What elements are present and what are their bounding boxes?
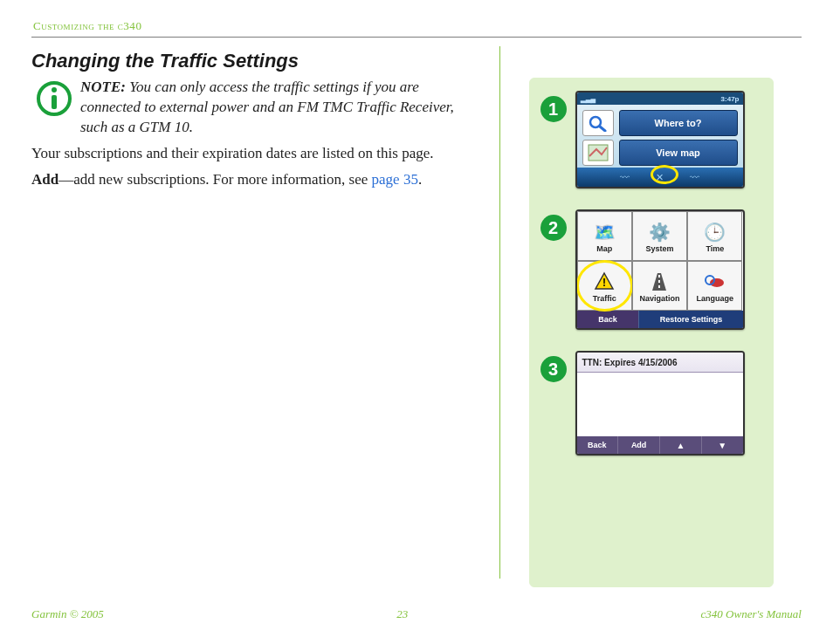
add-term: Add <box>31 171 59 188</box>
page-footer: Garmin © 2005 23 c340 Owner's Manual <box>31 607 802 621</box>
road-icon <box>649 270 670 294</box>
step-badge-1: 1 <box>540 96 567 122</box>
svg-line-4 <box>600 127 605 131</box>
add-tail: . <box>418 171 422 188</box>
chevron-down-icon: ▼ <box>718 441 726 450</box>
step-2: 2 🗺️ Map ⚙️ System � <box>540 209 762 330</box>
back-button[interactable]: Back <box>577 436 618 454</box>
add-dash: — <box>59 171 73 188</box>
magnifier-icon <box>582 110 614 136</box>
clock: 3:47p <box>721 95 740 103</box>
note-text: NOTE: You can only access the traffic se… <box>80 78 477 138</box>
header-rule <box>31 37 802 38</box>
cell-label: Navigation <box>639 294 679 303</box>
cell-label: System <box>645 244 673 253</box>
footer-left: Garmin © 2005 <box>31 607 104 621</box>
gear-icon: ⚙️ <box>649 220 671 244</box>
svg-rect-5 <box>589 145 608 161</box>
screenshot-panel: 1 ▂▃▄ 3:47p <box>529 78 774 587</box>
running-head: Customizing the c340 <box>33 19 802 33</box>
settings-system[interactable]: ⚙️ System <box>632 211 687 261</box>
add-button[interactable]: Add <box>617 436 659 454</box>
settings-language[interactable]: Language <box>687 261 742 311</box>
section-title: Changing the Traffic Settings <box>31 50 477 72</box>
settings-time[interactable]: 🕒 Time <box>687 211 742 261</box>
svg-rect-2 <box>52 95 57 109</box>
info-icon <box>35 79 73 121</box>
step-3: 3 TTN: Expires 4/15/2006 Back Add ▲ ▼ <box>540 351 762 456</box>
paragraph-1: Your subscriptions and their expiration … <box>31 143 477 164</box>
clock-icon: 🕒 <box>704 220 726 244</box>
footer-right: c340 Owner's Manual <box>701 607 802 621</box>
wave-icon: 〰 <box>690 172 699 182</box>
step-1: 1 ▂▃▄ 3:47p <box>540 91 762 188</box>
restore-settings-button[interactable]: Restore Settings <box>638 311 742 328</box>
signal-icon: ▂▃▄ <box>581 95 596 103</box>
note-block: NOTE: You can only access the traffic se… <box>35 78 477 138</box>
settings-traffic[interactable]: ! Traffic <box>577 261 632 311</box>
wave-icon: 〰 <box>620 172 630 182</box>
status-bar: ▂▃▄ 3:47p <box>577 92 743 105</box>
map-thumbnail-icon <box>582 140 614 166</box>
add-desc: add new subscriptions. For more informat… <box>73 171 371 188</box>
view-map-button[interactable]: View map <box>619 140 738 166</box>
settings-navigation[interactable]: Navigation <box>632 261 687 311</box>
highlight-ring <box>651 165 678 184</box>
step-badge-3: 3 <box>540 356 567 382</box>
back-button[interactable]: Back <box>577 311 639 328</box>
note-label: NOTE: <box>80 79 126 95</box>
cell-label: Time <box>706 244 724 253</box>
map-icon: 🗺️ <box>594 220 616 244</box>
cell-label: Language <box>697 294 734 303</box>
left-column: Changing the Traffic Settings NOTE: You … <box>31 46 499 587</box>
device-screen-3: TTN: Expires 4/15/2006 Back Add ▲ ▼ <box>575 351 745 456</box>
scroll-up-button[interactable]: ▲ <box>659 436 701 454</box>
device-screen-1: ▂▃▄ 3:47p <box>575 91 745 188</box>
page-link[interactable]: page 35 <box>372 171 418 188</box>
step-badge-2: 2 <box>540 215 567 241</box>
subscription-list-empty <box>577 373 743 436</box>
right-column: 1 ▂▃▄ 3:47p <box>500 46 802 587</box>
note-body: You can only access the traffic settings… <box>80 79 454 135</box>
svg-point-1 <box>52 87 57 92</box>
settings-map[interactable]: 🗺️ Map <box>577 211 632 261</box>
chevron-up-icon: ▲ <box>676 441 685 450</box>
scroll-down-button[interactable]: ▼ <box>701 436 743 454</box>
subscription-row[interactable]: TTN: Expires 4/15/2006 <box>577 353 743 373</box>
lips-icon <box>705 270 726 294</box>
svg-point-9 <box>710 278 724 287</box>
add-entry: Add—add new subscriptions. For more info… <box>31 169 477 190</box>
page-number: 23 <box>104 607 701 621</box>
cell-label: Map <box>596 244 612 253</box>
highlight-ring <box>576 260 633 312</box>
where-to-button[interactable]: Where to? <box>619 110 738 136</box>
device-screen-2: 🗺️ Map ⚙️ System 🕒 Time <box>575 209 745 330</box>
